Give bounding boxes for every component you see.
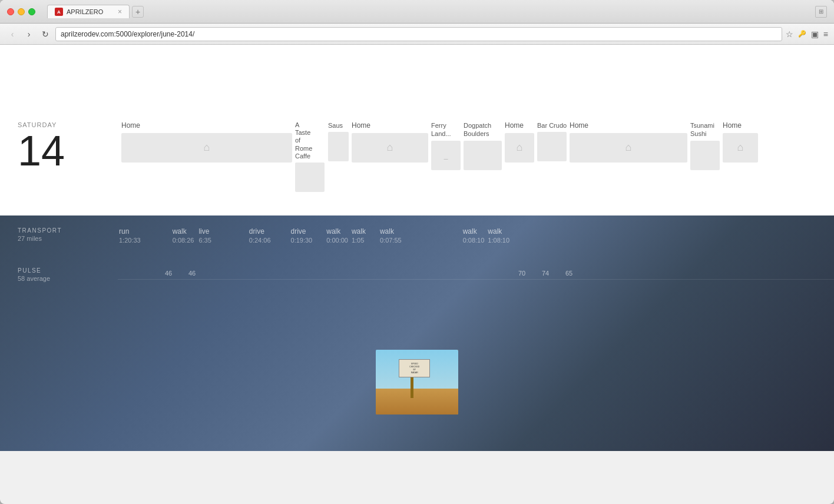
transport-time: 1:05 bbox=[352, 237, 366, 244]
location-saus[interactable]: Saus bbox=[325, 121, 348, 161]
back-button[interactable]: ‹ bbox=[6, 28, 19, 41]
location-bar bbox=[328, 132, 349, 161]
tab-bar: A APRILZERO × + bbox=[47, 5, 810, 18]
transport-type: walk bbox=[463, 227, 485, 236]
day-label: SATURDAY 14 bbox=[0, 121, 118, 172]
pulse-point-3: 70 bbox=[518, 267, 525, 278]
transport-walk-2: walk 0:00:00 bbox=[325, 227, 349, 244]
extension-icon[interactable]: 🔑 bbox=[798, 30, 806, 38]
pulse-value: 46 bbox=[188, 270, 196, 277]
tab-title: APRILZERO bbox=[67, 8, 103, 15]
refresh-button[interactable]: ↻ bbox=[39, 28, 52, 41]
location-dogpatch-boulders[interactable]: DogpatchBoulders bbox=[460, 121, 501, 170]
tab-close-button[interactable]: × bbox=[118, 8, 122, 16]
bridge-bg bbox=[376, 389, 458, 415]
pulse-point-4: 74 bbox=[542, 267, 549, 278]
transport-type: drive bbox=[249, 227, 271, 236]
pulse-row: PULSE 58 average 46 46 bbox=[0, 267, 834, 291]
pulse-point-5: 65 bbox=[565, 267, 572, 278]
forward-button[interactable]: › bbox=[22, 28, 35, 41]
close-button[interactable] bbox=[7, 8, 14, 15]
pulse-value: 65 bbox=[565, 270, 572, 277]
refresh-icon: ↻ bbox=[42, 29, 49, 39]
minimize-button[interactable] bbox=[18, 8, 25, 15]
location-name: Bar Crudo bbox=[537, 121, 567, 130]
transport-type: live bbox=[198, 227, 211, 236]
home-icon: ⌂ bbox=[204, 141, 210, 154]
location-home-5[interactable]: Home ⌂ bbox=[719, 121, 757, 163]
location-bar: _ bbox=[431, 141, 461, 170]
monitor-icon[interactable]: ▣ bbox=[811, 29, 819, 39]
transport-walk-5: walk 0:08:10 bbox=[462, 227, 486, 244]
maximize-button[interactable] bbox=[28, 8, 35, 15]
location-name: ATasteofRomeCaffe bbox=[295, 121, 312, 160]
active-tab[interactable]: A APRILZERO × bbox=[47, 5, 130, 18]
photo-section: SPEEDCHECKEDBYRADAR bbox=[0, 338, 834, 426]
traffic-lights bbox=[7, 8, 35, 15]
location-home-2[interactable]: Home ⌂ bbox=[348, 121, 428, 163]
location-home-3[interactable]: Home ⌂ bbox=[501, 121, 534, 163]
home-icon: ⌂ bbox=[626, 141, 632, 154]
home-icon: ⌂ bbox=[517, 141, 523, 154]
home-icon: ⌂ bbox=[387, 141, 393, 154]
location-bar: ⌂ bbox=[723, 133, 758, 163]
location-name: Home bbox=[505, 121, 524, 131]
sign-board: SPEEDCHECKEDBYRADAR bbox=[399, 359, 430, 377]
pulse-point-2: 46 bbox=[188, 267, 196, 278]
location-name: FerryLand... bbox=[431, 121, 451, 138]
pulse-baseline bbox=[118, 279, 834, 280]
location-name: Home bbox=[723, 121, 742, 131]
location-bar: ⌂ bbox=[570, 133, 687, 163]
header-space bbox=[0, 57, 834, 121]
location-name: Saus bbox=[328, 121, 343, 130]
star-icon[interactable]: ☆ bbox=[786, 29, 793, 39]
photo-thumbnail[interactable]: SPEEDCHECKEDBYRADAR bbox=[376, 350, 458, 415]
location-bar bbox=[295, 163, 325, 192]
transport-type: walk bbox=[352, 227, 366, 236]
pulse-chart: 46 46 70 74 65 bbox=[118, 267, 834, 291]
menu-icon[interactable]: ≡ bbox=[823, 29, 828, 39]
location-tsunami-sushi[interactable]: TsunamiSushi bbox=[687, 121, 719, 170]
transport-items: run 1:20:33 walk 0:08:26 live 6:35 bbox=[118, 227, 834, 244]
location-bar-crudo[interactable]: Bar Crudo bbox=[534, 121, 566, 161]
transport-miles: 27 miles bbox=[18, 235, 100, 242]
location-bar: ⌂ bbox=[505, 133, 534, 163]
location-bar: ⌂ bbox=[352, 133, 428, 163]
transport-drive-1: drive 0:24:06 bbox=[248, 227, 272, 244]
transport-type: run bbox=[119, 227, 141, 236]
address-bar[interactable]: aprilzerodev.com:5000/explorer/june-2014… bbox=[55, 27, 782, 41]
transport-time: 0:19:30 bbox=[291, 237, 313, 244]
transport-type: walk bbox=[173, 227, 194, 236]
back-icon: ‹ bbox=[11, 29, 14, 39]
transport-walk-6: walk 1:08:10 bbox=[486, 227, 511, 244]
home-icon: ⌂ bbox=[737, 141, 744, 154]
transport-time: 0:24:06 bbox=[249, 237, 271, 244]
transport-type: walk bbox=[380, 227, 402, 236]
transport-drive-2: drive 0:19:30 bbox=[290, 227, 314, 244]
window-controls[interactable]: ⊞ bbox=[815, 6, 827, 18]
url-text: aprilzerodev.com:5000/explorer/june-2014… bbox=[61, 30, 194, 38]
bottom-section: TRANSPORT 27 miles run 1:20:33 walk 0:08… bbox=[0, 215, 834, 451]
location-home-1[interactable]: Home ⌂ bbox=[118, 121, 292, 163]
location-bar bbox=[537, 132, 567, 161]
location-ferry-landing[interactable]: FerryLand... _ bbox=[428, 121, 460, 170]
location-name: DogpatchBoulders bbox=[464, 121, 491, 138]
pulse-label: PULSE 58 average bbox=[0, 267, 118, 282]
transport-time: 6:35 bbox=[198, 237, 211, 244]
new-tab-button[interactable]: + bbox=[132, 6, 144, 18]
transport-time: 0:00:00 bbox=[326, 237, 348, 244]
location-home-4[interactable]: Home ⌂ bbox=[566, 121, 687, 163]
page-content: SATURDAY 14 Home ⌂ ATasteofRomeCaffe bbox=[0, 45, 834, 451]
pulse-value: 70 bbox=[518, 270, 525, 277]
transport-run: run 1:20:33 bbox=[118, 227, 142, 244]
transport-type: walk bbox=[326, 227, 348, 236]
sign-text: SPEEDCHECKEDBYRADAR bbox=[409, 363, 419, 374]
transport-walk-4: walk 0:07:55 bbox=[379, 227, 403, 244]
transport-type: drive bbox=[291, 227, 313, 236]
location-rome-caffe[interactable]: ATasteofRomeCaffe bbox=[292, 121, 325, 192]
location-bar: ⌂ bbox=[121, 133, 292, 163]
day-number: 14 bbox=[18, 130, 100, 172]
pulse-name: PULSE bbox=[18, 267, 100, 274]
transport-row: TRANSPORT 27 miles run 1:20:33 walk 0:08… bbox=[0, 227, 834, 244]
browser-toolbar: ‹ › ↻ aprilzerodev.com:5000/explorer/jun… bbox=[0, 24, 834, 45]
